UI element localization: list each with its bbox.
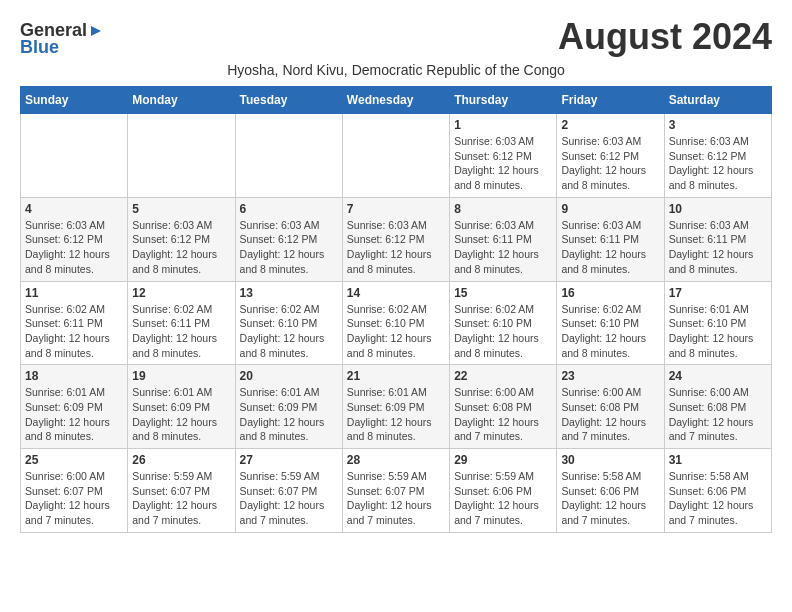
day-info: Sunrise: 6:01 AMSunset: 6:09 PMDaylight:…: [347, 385, 445, 444]
day-info: Sunrise: 6:03 AMSunset: 6:12 PMDaylight:…: [454, 134, 552, 193]
calendar-cell: 11Sunrise: 6:02 AMSunset: 6:11 PMDayligh…: [21, 281, 128, 365]
calendar-cell: 15Sunrise: 6:02 AMSunset: 6:10 PMDayligh…: [450, 281, 557, 365]
day-number: 23: [561, 369, 659, 383]
day-info: Sunrise: 6:02 AMSunset: 6:10 PMDaylight:…: [561, 302, 659, 361]
day-number: 12: [132, 286, 230, 300]
day-number: 20: [240, 369, 338, 383]
day-info: Sunrise: 6:03 AMSunset: 6:11 PMDaylight:…: [669, 218, 767, 277]
day-info: Sunrise: 6:03 AMSunset: 6:12 PMDaylight:…: [347, 218, 445, 277]
day-info: Sunrise: 6:03 AMSunset: 6:12 PMDaylight:…: [561, 134, 659, 193]
weekday-header-tuesday: Tuesday: [235, 87, 342, 114]
day-info: Sunrise: 5:59 AMSunset: 6:07 PMDaylight:…: [347, 469, 445, 528]
day-number: 21: [347, 369, 445, 383]
calendar-cell: 17Sunrise: 6:01 AMSunset: 6:10 PMDayligh…: [664, 281, 771, 365]
weekday-header-thursday: Thursday: [450, 87, 557, 114]
day-number: 31: [669, 453, 767, 467]
weekday-header-row: SundayMondayTuesdayWednesdayThursdayFrid…: [21, 87, 772, 114]
weekday-header-wednesday: Wednesday: [342, 87, 449, 114]
calendar-cell: 25Sunrise: 6:00 AMSunset: 6:07 PMDayligh…: [21, 449, 128, 533]
calendar-cell: 5Sunrise: 6:03 AMSunset: 6:12 PMDaylight…: [128, 197, 235, 281]
calendar-cell: 19Sunrise: 6:01 AMSunset: 6:09 PMDayligh…: [128, 365, 235, 449]
calendar-cell: 31Sunrise: 5:58 AMSunset: 6:06 PMDayligh…: [664, 449, 771, 533]
day-number: 13: [240, 286, 338, 300]
day-info: Sunrise: 6:00 AMSunset: 6:07 PMDaylight:…: [25, 469, 123, 528]
day-info: Sunrise: 6:01 AMSunset: 6:09 PMDaylight:…: [240, 385, 338, 444]
logo-blue-text: Blue: [20, 37, 59, 58]
day-info: Sunrise: 6:02 AMSunset: 6:10 PMDaylight:…: [454, 302, 552, 361]
day-info: Sunrise: 6:02 AMSunset: 6:10 PMDaylight:…: [240, 302, 338, 361]
day-number: 3: [669, 118, 767, 132]
day-number: 28: [347, 453, 445, 467]
day-info: Sunrise: 6:00 AMSunset: 6:08 PMDaylight:…: [669, 385, 767, 444]
weekday-header-sunday: Sunday: [21, 87, 128, 114]
calendar-cell: 16Sunrise: 6:02 AMSunset: 6:10 PMDayligh…: [557, 281, 664, 365]
day-number: 11: [25, 286, 123, 300]
day-info: Sunrise: 5:59 AMSunset: 6:07 PMDaylight:…: [240, 469, 338, 528]
day-number: 14: [347, 286, 445, 300]
calendar-cell: 6Sunrise: 6:03 AMSunset: 6:12 PMDaylight…: [235, 197, 342, 281]
day-info: Sunrise: 5:59 AMSunset: 6:06 PMDaylight:…: [454, 469, 552, 528]
day-info: Sunrise: 6:03 AMSunset: 6:12 PMDaylight:…: [25, 218, 123, 277]
day-number: 1: [454, 118, 552, 132]
day-number: 30: [561, 453, 659, 467]
calendar-cell: [235, 114, 342, 198]
day-number: 2: [561, 118, 659, 132]
day-info: Sunrise: 6:03 AMSunset: 6:12 PMDaylight:…: [669, 134, 767, 193]
day-number: 24: [669, 369, 767, 383]
weekday-header-monday: Monday: [128, 87, 235, 114]
calendar-cell: 30Sunrise: 5:58 AMSunset: 6:06 PMDayligh…: [557, 449, 664, 533]
calendar-week-row: 1Sunrise: 6:03 AMSunset: 6:12 PMDaylight…: [21, 114, 772, 198]
calendar-cell: 4Sunrise: 6:03 AMSunset: 6:12 PMDaylight…: [21, 197, 128, 281]
day-number: 29: [454, 453, 552, 467]
calendar-cell: 1Sunrise: 6:03 AMSunset: 6:12 PMDaylight…: [450, 114, 557, 198]
day-info: Sunrise: 6:03 AMSunset: 6:12 PMDaylight:…: [132, 218, 230, 277]
day-info: Sunrise: 6:03 AMSunset: 6:11 PMDaylight:…: [454, 218, 552, 277]
day-info: Sunrise: 6:02 AMSunset: 6:10 PMDaylight:…: [347, 302, 445, 361]
day-number: 10: [669, 202, 767, 216]
calendar-cell: 12Sunrise: 6:02 AMSunset: 6:11 PMDayligh…: [128, 281, 235, 365]
day-info: Sunrise: 6:03 AMSunset: 6:12 PMDaylight:…: [240, 218, 338, 277]
calendar-cell: 26Sunrise: 5:59 AMSunset: 6:07 PMDayligh…: [128, 449, 235, 533]
day-info: Sunrise: 5:58 AMSunset: 6:06 PMDaylight:…: [561, 469, 659, 528]
calendar-cell: 18Sunrise: 6:01 AMSunset: 6:09 PMDayligh…: [21, 365, 128, 449]
day-number: 8: [454, 202, 552, 216]
day-number: 25: [25, 453, 123, 467]
day-info: Sunrise: 6:01 AMSunset: 6:10 PMDaylight:…: [669, 302, 767, 361]
calendar-cell: 8Sunrise: 6:03 AMSunset: 6:11 PMDaylight…: [450, 197, 557, 281]
calendar-cell: [21, 114, 128, 198]
calendar-cell: 22Sunrise: 6:00 AMSunset: 6:08 PMDayligh…: [450, 365, 557, 449]
calendar-cell: 9Sunrise: 6:03 AMSunset: 6:11 PMDaylight…: [557, 197, 664, 281]
page-header: General Blue August 2024: [20, 16, 772, 58]
svg-marker-0: [91, 26, 101, 36]
day-number: 16: [561, 286, 659, 300]
day-number: 17: [669, 286, 767, 300]
weekday-header-saturday: Saturday: [664, 87, 771, 114]
calendar-week-row: 4Sunrise: 6:03 AMSunset: 6:12 PMDaylight…: [21, 197, 772, 281]
day-info: Sunrise: 5:58 AMSunset: 6:06 PMDaylight:…: [669, 469, 767, 528]
day-number: 9: [561, 202, 659, 216]
logo: General Blue: [20, 20, 103, 58]
calendar-subtitle: Hyosha, Nord Kivu, Democratic Republic o…: [20, 62, 772, 78]
calendar-cell: 10Sunrise: 6:03 AMSunset: 6:11 PMDayligh…: [664, 197, 771, 281]
calendar-cell: [128, 114, 235, 198]
day-number: 22: [454, 369, 552, 383]
day-number: 19: [132, 369, 230, 383]
day-info: Sunrise: 6:00 AMSunset: 6:08 PMDaylight:…: [561, 385, 659, 444]
calendar-cell: 29Sunrise: 5:59 AMSunset: 6:06 PMDayligh…: [450, 449, 557, 533]
day-info: Sunrise: 6:03 AMSunset: 6:11 PMDaylight:…: [561, 218, 659, 277]
calendar-week-row: 18Sunrise: 6:01 AMSunset: 6:09 PMDayligh…: [21, 365, 772, 449]
calendar-cell: 14Sunrise: 6:02 AMSunset: 6:10 PMDayligh…: [342, 281, 449, 365]
calendar-week-row: 11Sunrise: 6:02 AMSunset: 6:11 PMDayligh…: [21, 281, 772, 365]
weekday-header-friday: Friday: [557, 87, 664, 114]
month-title: August 2024: [558, 16, 772, 58]
day-info: Sunrise: 6:02 AMSunset: 6:11 PMDaylight:…: [132, 302, 230, 361]
calendar-cell: 27Sunrise: 5:59 AMSunset: 6:07 PMDayligh…: [235, 449, 342, 533]
day-info: Sunrise: 6:01 AMSunset: 6:09 PMDaylight:…: [132, 385, 230, 444]
day-number: 26: [132, 453, 230, 467]
calendar-cell: 20Sunrise: 6:01 AMSunset: 6:09 PMDayligh…: [235, 365, 342, 449]
day-number: 7: [347, 202, 445, 216]
calendar-cell: 21Sunrise: 6:01 AMSunset: 6:09 PMDayligh…: [342, 365, 449, 449]
logo-arrow-icon: [89, 24, 103, 38]
day-number: 27: [240, 453, 338, 467]
calendar-table: SundayMondayTuesdayWednesdayThursdayFrid…: [20, 86, 772, 533]
